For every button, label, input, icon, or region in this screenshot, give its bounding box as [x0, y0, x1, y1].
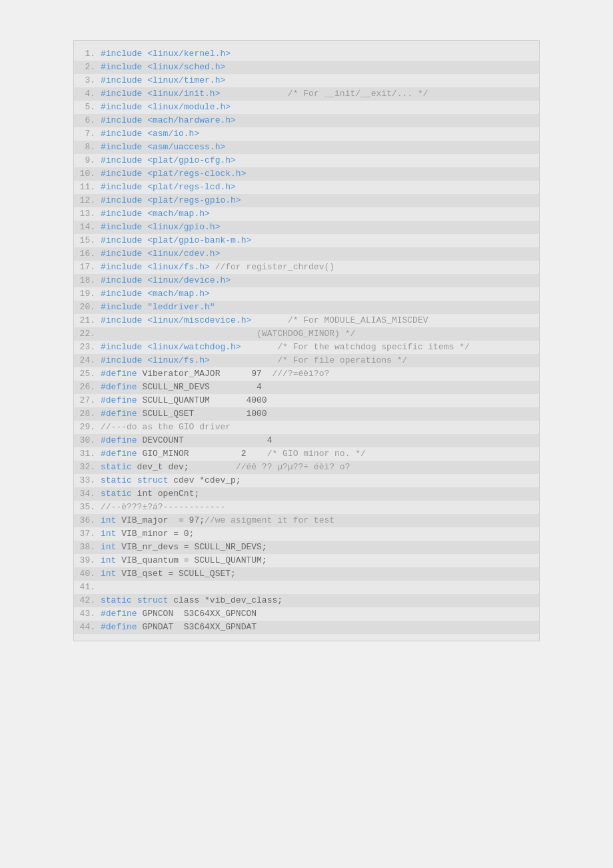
include-statement: #include <linux/miscdevice.h> — [101, 315, 251, 325]
line-content: int VIB_qset = SCULL_QSET; — [101, 568, 532, 580]
line-content: #include <plat/gpio-bank-m.h> — [101, 235, 532, 247]
plain-text — [210, 262, 215, 272]
line-content: #include <plat/regs-lcd.h> — [101, 181, 532, 193]
comment-text: //---do as the GIO driver — [101, 422, 231, 432]
line-number: 44. — [74, 621, 95, 633]
plain-text: GIO_MINOR 2 — [137, 449, 267, 459]
plain-text: SCULL_NR_DEVS 4 — [137, 382, 262, 392]
plain-text: dev_t dev; — [132, 462, 236, 472]
code-line: 13.#include <mach/map.h> — [74, 207, 539, 221]
code-line: 33.static struct cdev *cdev_p; — [74, 474, 539, 487]
plain-text — [210, 355, 277, 365]
line-content: static struct class *vib_dev_class; — [101, 595, 532, 607]
line-number: 18. — [74, 275, 95, 287]
code-line: 43.#define GPNCON S3C64XX_GPNCON — [74, 607, 539, 621]
plain-text — [101, 329, 257, 339]
static-keyword: static — [101, 489, 132, 499]
comment-text: (WATCHDOG_MINOR) */ — [257, 329, 355, 339]
code-line: 26.#define SCULL_NR_DEVS 4 — [74, 381, 539, 394]
line-content: #include <linux/watchdog.h> /* For the w… — [101, 341, 532, 353]
line-number: 7. — [74, 128, 95, 140]
include-statement: #include <linux/fs.h> — [101, 355, 210, 365]
line-number: 12. — [74, 195, 95, 207]
line-content: #include <linux/module.h> — [101, 101, 532, 113]
line-number: 36. — [74, 515, 95, 527]
comment-text: /* For the watchdog specific items */ — [277, 342, 470, 352]
plain-text: int openCnt; — [132, 489, 199, 499]
line-content: static dev_t dev; //éê ?? µ?µ??÷ éèì? o? — [101, 461, 532, 473]
code-line: 42.static struct class *vib_dev_class; — [74, 594, 539, 607]
line-content: int VIB_nr_devs = SCULL_NR_DEVS; — [101, 541, 532, 553]
plain-text: SCULL_QUANTUM 4000 — [137, 395, 267, 405]
code-line: 17.#include <linux/fs.h> //for register_… — [74, 261, 539, 274]
plain-text — [251, 315, 288, 325]
line-number: 24. — [74, 355, 95, 367]
int-keyword: int — [101, 515, 116, 525]
line-number: 25. — [74, 368, 95, 380]
line-number: 31. — [74, 448, 95, 460]
code-line: 8.#include <asm/uaccess.h> — [74, 141, 539, 154]
plain-text: class *vib_dev_class; — [168, 595, 283, 605]
code-line: 29.//---do as the GIO driver — [74, 421, 539, 434]
plain-text — [132, 475, 137, 485]
code-line: 30.#define DEVCOUNT 4 — [74, 434, 539, 447]
code-line: 22. (WATCHDOG_MINOR) */ — [74, 327, 539, 341]
line-content: #include <asm/uaccess.h> — [101, 141, 532, 153]
static-keyword: static — [101, 475, 132, 485]
define-keyword: #define — [101, 395, 137, 405]
code-line: 37.int VIB_minor = 0; — [74, 527, 539, 541]
code-line: 21.#include <linux/miscdevice.h> /* For … — [74, 314, 539, 327]
define-keyword: #define — [101, 609, 137, 619]
comment-text: //--è???±?á?------------ — [101, 502, 225, 512]
line-number: 38. — [74, 541, 95, 553]
plain-text: VIB_quantum = SCULL_QUANTUM; — [116, 555, 267, 565]
code-line: 7.#include <asm/io.h> — [74, 127, 539, 141]
line-number: 43. — [74, 608, 95, 620]
line-number: 40. — [74, 568, 95, 580]
code-line: 15.#include <plat/gpio-bank-m.h> — [74, 234, 539, 247]
line-content: #include <mach/map.h> — [101, 288, 532, 300]
plain-text: VIB_nr_devs = SCULL_NR_DEVS; — [116, 542, 267, 552]
code-line: 3.#include <linux/timer.h> — [74, 74, 539, 87]
code-line: 40.int VIB_qset = SCULL_QSET; — [74, 567, 539, 581]
line-number: 21. — [74, 315, 95, 327]
line-content: #define SCULL_QUANTUM 4000 — [101, 395, 532, 407]
line-number: 1. — [74, 48, 95, 60]
include-statement: #include <linux/kernel.h> — [101, 49, 231, 59]
comment-text: /* For MODULE_ALIAS_MISCDEV — [288, 315, 428, 325]
line-number: 9. — [74, 155, 95, 167]
line-number: 39. — [74, 555, 95, 567]
line-content: #define SCULL_QSET 1000 — [101, 408, 532, 420]
define-keyword: #define — [101, 449, 137, 459]
line-content: //--è???±?á?------------ — [101, 501, 532, 513]
code-line: 41. — [74, 581, 539, 594]
line-number: 3. — [74, 75, 95, 87]
line-content: #include <linux/gpio.h> — [101, 221, 532, 233]
plain-text: DEVCOUNT 4 — [137, 435, 273, 445]
line-content: #include <linux/timer.h> — [101, 75, 532, 87]
include-statement: #include <plat/gpio-cfg.h> — [101, 155, 236, 165]
plain-text: GPNCON S3C64XX_GPNCON — [137, 609, 257, 619]
define-keyword: #define — [101, 382, 137, 392]
line-content: #define GPNCON S3C64XX_GPNCON — [101, 608, 532, 620]
line-number: 27. — [74, 395, 95, 407]
line-number: 11. — [74, 181, 95, 193]
code-line: 4.#include <linux/init.h> /* For __init/… — [74, 87, 539, 101]
code-line: 31.#define GIO_MINOR 2 /* GIO minor no. … — [74, 447, 539, 461]
line-number: 19. — [74, 288, 95, 300]
line-number: 42. — [74, 595, 95, 607]
line-content: #define Viberator_MAJOR 97 ///?=éèì?o? — [101, 368, 532, 380]
code-line: 24.#include <linux/fs.h> /* For file ope… — [74, 354, 539, 367]
code-line: 32.static dev_t dev; //éê ?? µ?µ??÷ éèì?… — [74, 461, 539, 474]
code-line: 34.static int openCnt; — [74, 487, 539, 501]
plain-text: VIB_major = 97; — [116, 515, 205, 525]
code-line: 5.#include <linux/module.h> — [74, 101, 539, 114]
static-keyword: static — [101, 595, 132, 605]
plain-text: SCULL_QSET 1000 — [137, 409, 267, 419]
line-number: 8. — [74, 141, 95, 153]
struct-keyword: struct — [137, 595, 169, 605]
line-content: int VIB_quantum = SCULL_QUANTUM; — [101, 555, 532, 567]
comment-text: /* For file operations */ — [277, 355, 407, 365]
include-statement: #include <linux/fs.h> — [101, 262, 210, 272]
line-content: #include <linux/fs.h> //for register_chr… — [101, 261, 532, 273]
